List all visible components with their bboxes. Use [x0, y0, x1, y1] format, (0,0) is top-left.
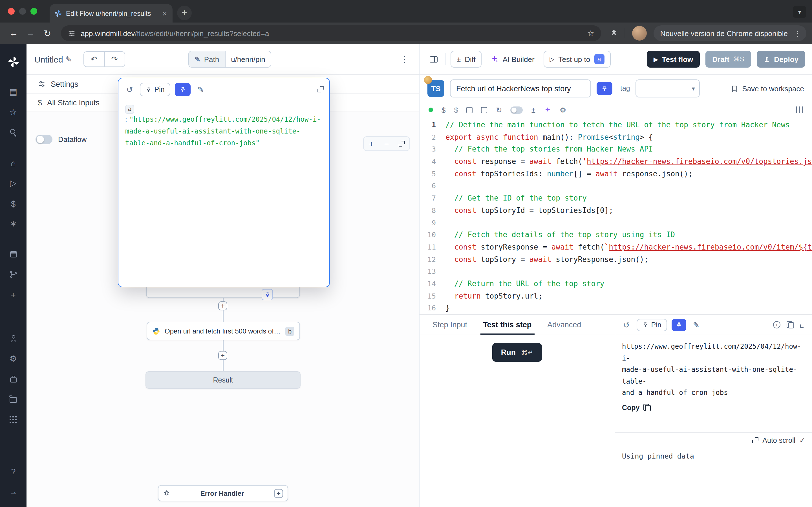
sidebar-item-favorites[interactable]: ☆	[6, 105, 20, 119]
tab-search-button[interactable]: ▾	[793, 6, 806, 18]
pin-active-button[interactable]	[672, 319, 686, 331]
docs-book-icon[interactable]	[426, 52, 441, 66]
copy-result-icon[interactable]	[786, 321, 794, 328]
node-error-handler[interactable]: Error Handler +	[158, 485, 288, 501]
sidebar-item-groups[interactable]	[6, 413, 20, 427]
bookmark-icon	[731, 85, 738, 92]
pin-button[interactable]: Pin	[140, 83, 170, 96]
macos-traffic-lights[interactable]	[8, 8, 37, 15]
resources-icon[interactable]: $	[454, 106, 458, 114]
edit-pin-pencil-icon[interactable]: ✎	[195, 83, 206, 96]
pin-label: Pin	[154, 86, 164, 94]
zoom-window-button[interactable]	[31, 8, 37, 15]
folder-icon	[10, 397, 17, 403]
browser-menu-icon[interactable]: ⋮	[792, 29, 803, 38]
error-handler-label: Error Handler	[200, 489, 244, 497]
sidebar-item-users[interactable]	[6, 332, 20, 345]
variables-icon[interactable]: $	[442, 106, 446, 114]
node-open-url-step[interactable]: Open url and fetch first 500 words of ..…	[147, 322, 300, 340]
editor-settings-icon[interactable]: ⚙	[560, 106, 566, 114]
zoom-in-button[interactable]: +	[364, 137, 379, 151]
sidebar-item-add[interactable]: +	[6, 288, 20, 301]
package-icon[interactable]	[481, 107, 488, 113]
browser-tab[interactable]: Edit Flow u/henri/pin_results ×	[50, 4, 172, 22]
result-body: https://www.geoffreylitt.com/2025/04/12/…	[615, 335, 812, 507]
node-pin-badge[interactable]	[262, 289, 273, 300]
save-to-workspace-button[interactable]: Save to workspace	[731, 84, 804, 93]
address-bar[interactable]: app.windmill.dev/flows/edit/u/henri/pin_…	[61, 25, 601, 41]
zoom-out-button[interactable]: −	[379, 137, 394, 151]
panel-layout-icon[interactable]	[796, 107, 803, 113]
redo-button[interactable]: ↷	[104, 52, 124, 66]
sidebar-item-collapse[interactable]: →	[6, 485, 20, 498]
test-flow-button[interactable]: ▶ Test flow	[647, 51, 700, 68]
insert-step-button[interactable]: +	[218, 351, 227, 360]
sidebar-item-variables[interactable]: $	[6, 196, 20, 210]
pin-active-button[interactable]	[175, 83, 191, 96]
back-button[interactable]: ←	[6, 25, 21, 41]
node-result[interactable]: Result	[146, 371, 301, 389]
code-editor[interactable]: 1// Define the main function to fetch th…	[419, 118, 812, 314]
expand-popup-button[interactable]	[317, 84, 324, 95]
dataflow-toggle[interactable]	[36, 135, 52, 144]
history-icon[interactable]: ↺	[124, 83, 135, 96]
sidebar-item-search[interactable]	[6, 126, 20, 139]
site-settings-icon[interactable]	[68, 29, 75, 37]
sidebar-item-workers[interactable]	[6, 372, 20, 386]
sidebar-item-help[interactable]: ?	[6, 464, 20, 478]
auto-scroll-control[interactable]: Auto scroll ✓	[622, 432, 805, 448]
info-icon[interactable]	[773, 321, 780, 328]
fit-view-button[interactable]	[394, 137, 409, 151]
tab-close-icon[interactable]: ×	[161, 9, 168, 18]
sidebar-item-apps[interactable]: ▤	[6, 85, 20, 99]
ai-builder-button[interactable]: AI Builder	[486, 51, 539, 68]
flow-actions-bar: ± Diff AI Builder ▷ Test up to a ▶ Test …	[419, 44, 812, 75]
sidebar-item-flows[interactable]	[6, 268, 20, 281]
package-icon[interactable]	[467, 107, 473, 113]
sidebar-item-logo[interactable]	[6, 55, 20, 69]
step-title-input[interactable]	[450, 79, 591, 98]
sidebar-item-resources[interactable]: ∗	[6, 217, 20, 230]
profile-avatar[interactable]	[632, 26, 647, 41]
sidebar-item-runs[interactable]: ▷	[6, 176, 20, 190]
diff-icon[interactable]: ±	[531, 106, 536, 114]
draft-button[interactable]: Draft ⌘S	[705, 51, 751, 68]
magic-wand-icon[interactable]	[544, 106, 551, 114]
history-icon[interactable]: ↺	[621, 318, 632, 332]
pin-active-button[interactable]	[597, 82, 612, 95]
tab-step-input[interactable]: Step Input	[425, 315, 474, 335]
new-tab-button[interactable]: +	[177, 6, 192, 20]
tab-test-this-step[interactable]: Test this step	[476, 315, 539, 335]
tab-advanced[interactable]: Advanced	[540, 315, 589, 335]
sidebar-item-settings[interactable]: ⚙	[6, 352, 20, 365]
url-path: /flows/edit/u/henri/pin_results?selected…	[135, 29, 269, 38]
reset-icon[interactable]: ↻	[496, 106, 502, 114]
sidebar-item-folders[interactable]	[6, 393, 20, 406]
deploy-button[interactable]: Deploy	[756, 51, 805, 68]
test-up-to-label: Test up to	[559, 55, 591, 63]
edit-title-pencil-icon[interactable]: ✎	[63, 52, 74, 66]
diff-button[interactable]: ± Diff	[451, 51, 482, 68]
test-up-to-button[interactable]: ▷ Test up to a	[544, 51, 611, 68]
undo-button[interactable]: ↶	[84, 52, 104, 66]
flow-more-menu[interactable]: ⋮	[398, 54, 411, 64]
reload-button[interactable]: ↻	[40, 25, 55, 41]
minimize-window-button[interactable]	[19, 8, 26, 15]
sidebar-item-schedules[interactable]	[6, 247, 20, 261]
insert-step-button[interactable]: +	[218, 301, 227, 311]
run-button[interactable]: Run ⌘↵	[493, 343, 542, 362]
forward-button[interactable]: →	[22, 25, 38, 41]
chrome-update-chip[interactable]: Nouvelle version de Chrome disponible ⋮	[654, 25, 806, 41]
expand-result-icon[interactable]	[800, 322, 806, 328]
tag-select[interactable]: ▾	[636, 79, 700, 98]
add-error-handler-button[interactable]: +	[274, 489, 283, 498]
bookmark-star-icon[interactable]: ☆	[587, 29, 594, 38]
extensions-puzzle-icon[interactable]	[607, 26, 621, 41]
edit-pin-pencil-icon[interactable]: ✎	[691, 318, 702, 332]
path-control[interactable]: ✎Path u/henri/pin	[188, 51, 271, 68]
pin-button[interactable]: Pin	[637, 319, 667, 331]
close-window-button[interactable]	[8, 8, 15, 15]
sidebar-item-home[interactable]: ⌂	[6, 156, 20, 170]
editor-toggle[interactable]	[511, 106, 523, 114]
copy-button[interactable]: Copy	[622, 404, 805, 411]
